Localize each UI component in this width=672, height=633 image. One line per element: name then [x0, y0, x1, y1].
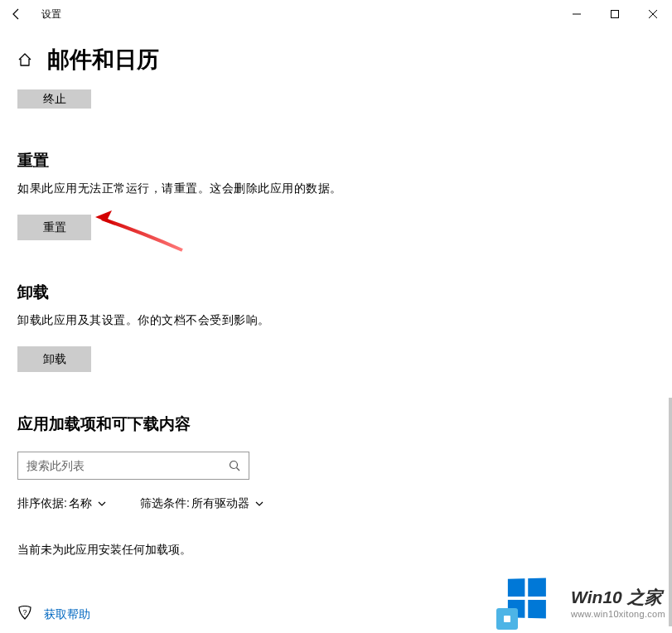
titlebar: 设置: [0, 0, 672, 28]
home-icon[interactable]: [17, 52, 32, 70]
filter-label: 筛选条件:: [140, 496, 190, 511]
help-icon: ?: [17, 606, 32, 623]
watermark-title: Win10 之家: [571, 586, 665, 609]
window-title: 设置: [41, 7, 61, 22]
content-area: 邮件和日历 终止 重置 如果此应用无法正常运行，请重置。这会删除此应用的数据。 …: [0, 45, 672, 623]
scrollbar[interactable]: [669, 398, 672, 626]
sort-value: 名称: [69, 496, 92, 511]
addons-empty-message: 当前未为此应用安装任何加载项。: [17, 543, 655, 558]
filter-value: 所有驱动器: [191, 496, 249, 511]
maximize-button[interactable]: [596, 0, 634, 28]
svg-rect-7: [504, 616, 510, 622]
chevron-down-icon: [97, 499, 107, 509]
svg-line-5: [237, 468, 240, 471]
svg-rect-1: [612, 11, 619, 18]
window-controls: [558, 0, 672, 28]
page-header: 邮件和日历: [17, 45, 655, 75]
page-title: 邮件和日历: [47, 45, 159, 75]
filter-dropdown[interactable]: 筛选条件: 所有驱动器: [140, 496, 264, 511]
addons-search-box[interactable]: [17, 452, 249, 480]
minimize-button[interactable]: [558, 0, 596, 28]
reset-button[interactable]: 重置: [17, 215, 91, 240]
windows-logo-icon: [506, 578, 563, 626]
close-icon: [649, 10, 657, 18]
terminate-section: 终止: [17, 89, 655, 109]
sort-dropdown[interactable]: 排序依据: 名称: [17, 496, 107, 511]
reset-section: 重置 如果此应用无法正常运行，请重置。这会删除此应用的数据。 重置: [17, 150, 655, 240]
reset-heading: 重置: [17, 150, 655, 172]
reset-description: 如果此应用无法正常运行，请重置。这会删除此应用的数据。: [17, 181, 655, 196]
uninstall-button[interactable]: 卸载: [17, 346, 91, 372]
svg-point-4: [230, 461, 238, 469]
svg-text:?: ?: [22, 608, 27, 616]
terminate-button[interactable]: 终止: [17, 89, 91, 109]
uninstall-section: 卸载 卸载此应用及其设置。你的文档不会受到影响。 卸载: [17, 282, 655, 372]
back-arrow-icon: [10, 7, 23, 21]
uninstall-heading: 卸载: [17, 282, 655, 303]
maximize-icon: [611, 10, 619, 18]
minimize-icon: [573, 10, 581, 18]
help-link-text[interactable]: 获取帮助: [44, 607, 90, 622]
watermark: Win10 之家 www.win10xitong.com: [506, 578, 665, 626]
filter-row: 排序依据: 名称 筛选条件: 所有驱动器: [17, 496, 655, 511]
close-button[interactable]: [634, 0, 672, 28]
sort-label: 排序依据:: [17, 496, 67, 511]
addons-search-input[interactable]: [27, 459, 229, 472]
chevron-down-icon: [254, 499, 264, 509]
back-button[interactable]: [0, 0, 33, 28]
addons-section: 应用加载项和可下载内容 排序依据: 名称 筛选条件: 所有驱动器 当前未为此应用…: [17, 413, 655, 558]
uninstall-description: 卸载此应用及其设置。你的文档不会受到影响。: [17, 313, 655, 328]
search-icon[interactable]: [229, 460, 240, 471]
watermark-url: www.win10xitong.com: [571, 609, 665, 619]
addons-heading: 应用加载项和可下载内容: [17, 413, 655, 435]
